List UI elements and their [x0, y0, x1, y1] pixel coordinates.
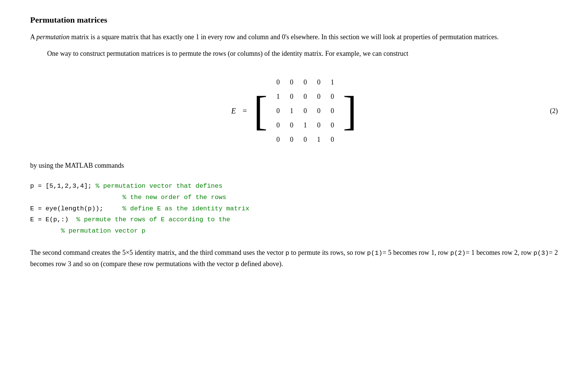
matrix-cell: 1 [312, 136, 326, 143]
matrix-cell: 1 [326, 79, 339, 86]
matrix-cell: 0 [299, 136, 312, 143]
matrix-cell: 0 [285, 93, 299, 100]
matrix-cell: 0 [285, 122, 299, 129]
matrix-cell: 0 [271, 136, 285, 143]
matrix-label: E [231, 107, 236, 115]
code-text-black [30, 192, 122, 203]
code-line: % the new order of the rows [30, 192, 558, 203]
matrix-cell: 0 [299, 107, 312, 114]
inline-code-p4: p(3) [533, 250, 549, 257]
code-text-black: p = [5,1,2,3,4]; [30, 181, 95, 192]
matrix-cell: 0 [326, 122, 339, 129]
code-text-green: % permutation vector p [61, 225, 145, 237]
eq-sign: = [243, 107, 247, 115]
matrix-cell: 1 [285, 107, 299, 114]
code-text-black: E = E(p,:) [30, 214, 76, 225]
matrix-cell: 0 [326, 107, 339, 114]
matrix-cell: 0 [285, 79, 299, 86]
code-line: E = E(p,:) % permute the rows of E accor… [30, 214, 558, 225]
inline-code-p2: p(1) [367, 250, 383, 257]
matrix-cell: 0 [312, 122, 326, 129]
inline-code-p1: p [285, 250, 289, 257]
matrix-grid: 0000110000010000010000010 [268, 73, 343, 149]
code-line: % permutation vector p [30, 225, 558, 237]
matrix-cell: 0 [271, 79, 285, 86]
inline-code-p5: p [235, 261, 239, 268]
code-text-black: E = eye(length(p)); [30, 203, 122, 214]
bracket-left-icon: [ [254, 73, 268, 149]
equation-number: (2) [550, 107, 558, 115]
matrix-cell: 0 [285, 136, 299, 143]
code-text-green: % permute the rows of E according to the [76, 214, 230, 225]
matrix-cell: 1 [271, 93, 285, 100]
paragraph-4: The second command creates the 5×5 ident… [30, 247, 558, 270]
bracket-right-icon: ] [343, 73, 357, 149]
paragraph-3: by using the MATLAB commands [30, 160, 558, 172]
code-line: p = [5,1,2,3,4]; % permutation vector th… [30, 181, 558, 192]
code-block: p = [5,1,2,3,4]; % permutation vector th… [30, 181, 558, 237]
matrix-cell: 0 [312, 79, 326, 86]
italic-permutation: permutation [37, 33, 70, 41]
code-line: E = eye(length(p)); % define E as the id… [30, 203, 558, 214]
matrix-cell: 0 [326, 136, 339, 143]
code-text-green: % permutation vector that defines [95, 181, 222, 192]
matrix-cell: 0 [312, 93, 326, 100]
matrix-cell: 0 [271, 107, 285, 114]
paragraph-1: A permutation matrix is a square matrix … [30, 32, 558, 43]
code-text-black [30, 225, 61, 237]
matrix-cell: 1 [299, 122, 312, 129]
paragraph-2: One way to construct permutation matrice… [30, 48, 558, 60]
matrix-equation-container: E = [ 0000110000010000010000010 ] (2) [30, 73, 558, 149]
matrix-cell: 0 [299, 79, 312, 86]
section-title: Permutation matrices [30, 15, 558, 25]
matrix-equation: E = [ 0000110000010000010000010 ] [231, 73, 357, 149]
inline-code-p3: p(2) [450, 250, 466, 257]
matrix-cell: 0 [299, 93, 312, 100]
matrix-cell: 0 [312, 107, 326, 114]
code-text-green: % define E as the identity matrix [122, 203, 250, 214]
matrix-cell: 0 [271, 122, 285, 129]
code-text-green: % the new order of the rows [122, 192, 226, 203]
matrix-brackets: [ 0000110000010000010000010 ] [254, 73, 357, 149]
matrix-cell: 0 [326, 93, 339, 100]
